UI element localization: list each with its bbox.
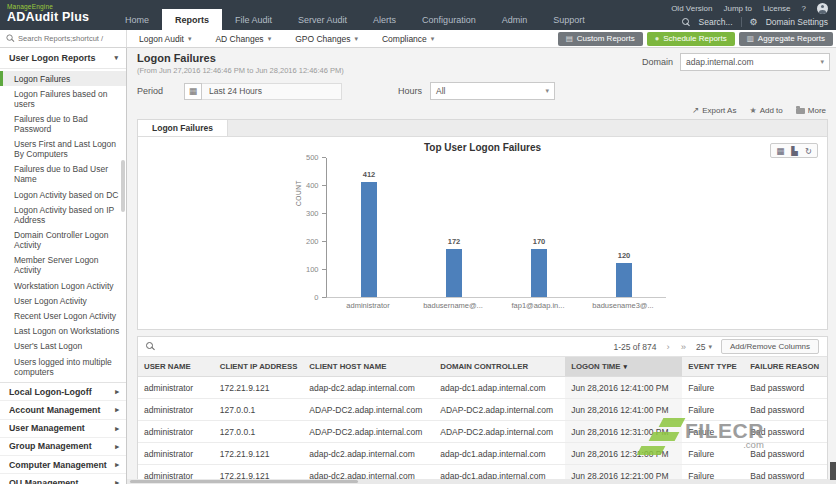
sidebar-item-member-server-logon-activity[interactable]: Member Server Logon Activity [0,253,126,278]
next-page-button[interactable]: › [666,341,671,352]
sidebar-section-ou-management[interactable]: OU Management▸ [0,474,126,484]
button-aggregate-reports[interactable]: ▥Aggregate Reports [739,32,833,46]
column-header-failure-reason[interactable]: FAILURE REASON [744,357,827,377]
cell: 127.0.0.1 [214,399,304,421]
cell: administrator [138,443,214,465]
column-header-domain-controller[interactable]: DOMAIN CONTROLLER [434,357,565,377]
sidebar-item-failures-due-to-bad-password[interactable]: Failures due to Bad Password [0,111,126,136]
manageengine-logo-text: ManageEngine [7,3,112,10]
vertical-scrollbar-thumb[interactable] [830,462,836,480]
cell: Failure [682,399,744,421]
cell: ADAP-DC2.adap.internal.com [303,421,434,443]
sidebar-item-logon-activity-based-on-ip-address[interactable]: Logon Activity based on IP Address [0,202,126,227]
chevron-down-icon: ▾ [188,35,192,43]
global-search-button[interactable]: Search... [699,17,733,27]
menu-label: Logon Audit [139,34,184,44]
sidebar-item-logon-failures[interactable]: Logon Failures [0,71,126,86]
domain-select[interactable]: adap.internal.com ▾ [680,53,830,71]
sidebar-item-logon-activity-based-on-dc[interactable]: Logon Activity based on DC [0,187,126,202]
sort-desc-icon: ▾ [624,363,628,370]
nav-tab-server-audit[interactable]: Server Audit [285,9,360,30]
sidebar-item-domain-controller-logon-activity[interactable]: Domain Controller Logon Activity [0,228,126,253]
period-select[interactable]: Last 24 Hours [202,83,342,100]
table-pagination: 1-25 of 874 › » 25 ▾ Add/Remove Columns [613,339,819,354]
sidebar-section-user-management[interactable]: User Management▸ [0,420,126,438]
sidebar-item-logon-failures-based-on-users[interactable]: Logon Failures based on users [0,86,126,111]
table-search-icon[interactable] [146,342,155,351]
button-custom-reports[interactable]: ▤Custom Reports [558,32,643,46]
sidebar-item-user-logon-activity[interactable]: User Logon Activity [0,293,126,308]
sidebar-item-failures-due-to-bad-user-name[interactable]: Failures due to Bad User Name [0,162,126,187]
header-link-jump-to[interactable]: Jump to [724,4,752,13]
x-axis-label: badusename3@... [581,298,666,310]
chart-settings-icon[interactable]: ▦ [776,146,784,156]
tab-logon-failures[interactable]: Logon Failures [138,120,228,136]
menu-ad-changes[interactable]: AD Changes▾ [203,30,283,47]
bar-badusername[interactable] [446,249,462,297]
export-as-button[interactable]: ↗ Export As [692,105,736,115]
column-header-user-name[interactable]: USER NAME [138,357,214,377]
gear-icon: ⚙ [750,17,758,27]
more-button[interactable]: More [796,106,826,115]
cell: Jun 28,2016 12:41:00 PM [565,377,682,399]
user-avatar[interactable] [817,3,828,14]
nav-tab-configuration[interactable]: Configuration [409,9,489,30]
section-label: OU Management [9,478,78,484]
sidebar-item-users-logged-into-multiple-computers[interactable]: Users logged into multiple computers [0,354,126,379]
add-to-button[interactable]: ★ Add to [749,106,782,115]
header-link-help[interactable]: ? [802,4,806,13]
bar-badusename3[interactable] [616,263,632,297]
column-header-event-type[interactable]: EVENT TYPE [682,357,744,377]
horizontal-scrollbar-thumb[interactable] [130,480,358,483]
nav-tab-admin[interactable]: Admin [489,9,541,30]
bar-value-label: 412 [327,170,412,179]
nav-tab-alerts[interactable]: Alerts [360,9,409,30]
hours-select[interactable]: All ▾ [430,82,555,100]
last-page-button[interactable]: » [680,341,687,352]
column-header-client-host-name[interactable]: CLIENT HOST NAME [303,357,434,377]
bar-administrator[interactable] [361,182,377,297]
sidebar-scrollbar-thumb[interactable] [121,160,125,212]
bar-value-label: 170 [497,237,582,246]
page-size-select[interactable]: 25 ▾ [696,342,712,352]
x-axis-label: fap1@adap.in... [496,298,581,310]
menu-compliance[interactable]: Compliance▾ [370,30,446,47]
sidebar-item-users-first-and-last-logon-by-computers[interactable]: Users First and Last Logon By Computers [0,137,126,162]
y-axis-tick: 500 [306,153,326,162]
divider [741,17,742,27]
sidebar-item-last-logon-on-workstations[interactable]: Last Logon on Workstations [0,324,126,339]
sidebar-item-workstation-logon-activity[interactable]: Workstation Logon Activity [0,278,126,293]
sidebar-section-account-management[interactable]: Account Management▸ [0,401,126,419]
domain-settings-button[interactable]: Domain Settings [766,17,828,27]
column-label: CLIENT HOST NAME [309,362,386,371]
table-row: administrator172.21.9.121adap-dc2.adap.i… [138,443,827,465]
menu-logon-audit[interactable]: Logon Audit▾ [127,30,203,47]
sidebar-item-recent-user-logon-activity[interactable]: Recent User Logon Activity [0,308,126,323]
menu-gpo-changes[interactable]: GPO Changes▾ [283,30,370,47]
cell: Bad password [744,399,827,421]
report-search-input[interactable] [18,34,120,43]
hours-value: All [436,86,445,96]
nav-tab-home[interactable]: Home [112,9,162,30]
add-remove-columns-button[interactable]: Add/Remove Columns [721,339,819,354]
button-schedule-reports[interactable]: ●Schedule Reports [647,32,735,46]
header-link-old-version[interactable]: Old Version [671,4,712,13]
column-header-logon-time[interactable]: LOGON TIME▾ [565,357,682,377]
chart-type-icon[interactable]: ▙ [791,146,798,156]
sidebar-section-user-logon-reports[interactable]: User Logon Reports ▾ [0,48,126,69]
header-link-license[interactable]: License [763,4,791,13]
nav-tab-file-audit[interactable]: File Audit [222,9,285,30]
sidebar-section-computer-management[interactable]: Computer Management▸ [0,456,126,474]
cell: administrator [138,399,214,421]
refresh-icon[interactable]: ↻ [805,146,812,156]
sidebar-section-local-logon-logoff[interactable]: Local Logon-Logoff▸ [0,383,126,401]
product-name: ADAudit Plus [7,10,112,25]
sidebar-section-group-management[interactable]: Group Management▸ [0,438,126,456]
calendar-icon[interactable]: ▦ [184,83,202,100]
cell: Failure [682,377,744,399]
nav-tab-support[interactable]: Support [540,9,598,30]
bar-fap1-adap-in[interactable] [531,249,547,297]
sidebar-item-user-s-last-logon[interactable]: User's Last Logon [0,339,126,354]
column-header-client-ip-address[interactable]: CLIENT IP ADDRESS [214,357,304,377]
nav-tab-reports[interactable]: Reports [162,9,222,30]
